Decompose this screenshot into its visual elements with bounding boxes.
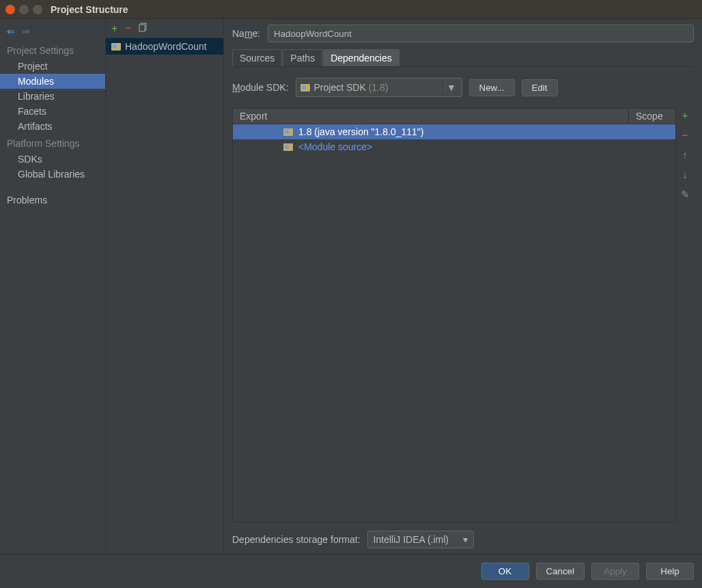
nav-global-libraries[interactable]: Global Libraries [0, 167, 105, 182]
tabs: Sources Paths Dependencies [232, 49, 694, 67]
new-sdk-button[interactable]: New... [469, 79, 515, 96]
storage-format-row: Dependencies storage format: IntelliJ ID… [232, 531, 694, 548]
nav-modules[interactable]: Modules [0, 74, 105, 89]
nav-sdks[interactable]: SDKs [0, 152, 105, 167]
forward-icon[interactable]: ⇒ [22, 26, 30, 37]
module-sdk-combo[interactable]: Project SDK (1.8) ▼ [296, 78, 462, 97]
nav-artifacts[interactable]: Artifacts [0, 119, 105, 134]
module-source-icon [283, 143, 293, 151]
modules-toolbar: + − [106, 19, 223, 38]
chevron-down-icon[interactable]: ▼ [445, 82, 458, 93]
content: ⇐ ⇒ Project Settings Project Modules Lib… [0, 19, 702, 554]
module-item[interactable]: HadoopWordCount [106, 38, 223, 55]
add-dependency-icon[interactable]: + [682, 109, 688, 121]
nav-libraries[interactable]: Libraries [0, 89, 105, 104]
svg-rect-1 [139, 25, 145, 31]
nav-project[interactable]: Project [0, 59, 105, 74]
main-detail-pane: Name: Sources Paths Dependencies Module … [224, 19, 702, 554]
titlebar: Project Structure [0, 0, 702, 19]
storage-format-combo[interactable]: IntelliJ IDEA (.iml) ▾ [367, 531, 474, 548]
remove-dependency-icon[interactable]: − [682, 129, 688, 141]
modules-list-pane: + − HadoopWordCount [106, 19, 224, 554]
module-icon [111, 43, 121, 51]
name-label: Name: [232, 28, 268, 39]
edit-sdk-button[interactable]: Edit [522, 79, 558, 96]
tab-paths[interactable]: Paths [283, 49, 322, 66]
dep-label: <Module source> [298, 141, 372, 152]
dependencies-wrap: Export Scope 1.8 (java version "1.8.0_11… [232, 108, 694, 522]
sdk-icon [300, 84, 310, 92]
nav-facets[interactable]: Facets [0, 104, 105, 119]
section-platform-settings: Platform Settings [0, 134, 105, 152]
module-sdk-row: Module SDK: Project SDK (1.8) ▼ New... E… [232, 78, 694, 97]
dep-row[interactable]: 1.8 (java version "1.8.0_111") [233, 124, 675, 139]
dep-label: 1.8 (java version "1.8.0_111") [298, 126, 424, 137]
close-icon[interactable] [5, 5, 15, 14]
dependencies-table: Export Scope 1.8 (java version "1.8.0_11… [232, 108, 676, 522]
apply-button[interactable]: Apply [591, 563, 639, 580]
back-icon[interactable]: ⇐ [7, 26, 15, 37]
storage-label: Dependencies storage format: [232, 534, 361, 545]
dependencies-sidetools: + − ↑ ↓ ✎ [676, 108, 694, 522]
module-name-input[interactable] [268, 25, 694, 42]
module-sdk-label: Module SDK: [232, 82, 289, 93]
header-scope[interactable]: Scope [629, 109, 675, 124]
remove-icon[interactable]: − [124, 21, 132, 36]
nav-problems[interactable]: Problems [0, 193, 105, 208]
edit-dependency-icon[interactable]: ✎ [681, 188, 690, 201]
name-row: Name: [232, 25, 694, 42]
dialog-footer: OK Cancel Apply Help [0, 554, 702, 588]
window-title: Project Structure [51, 4, 128, 15]
tab-sources[interactable]: Sources [232, 49, 282, 66]
help-button[interactable]: Help [646, 563, 694, 580]
header-export[interactable]: Export [233, 109, 629, 124]
chevron-down-icon[interactable]: ▾ [463, 534, 468, 545]
move-down-icon[interactable]: ↓ [682, 169, 688, 180]
left-sidebar: ⇐ ⇒ Project Settings Project Modules Lib… [0, 19, 106, 554]
add-icon[interactable]: + [111, 23, 117, 35]
cancel-button[interactable]: Cancel [536, 563, 585, 580]
ok-button[interactable]: OK [481, 563, 529, 580]
dependencies-rows: 1.8 (java version "1.8.0_111") <Module s… [233, 124, 675, 522]
left-nav-toolbar: ⇐ ⇒ [0, 22, 105, 41]
module-label: HadoopWordCount [125, 41, 207, 52]
copy-icon[interactable] [139, 23, 148, 34]
dependencies-header: Export Scope [233, 109, 675, 124]
dep-row[interactable]: <Module source> [233, 139, 675, 154]
minimize-icon[interactable] [19, 5, 29, 14]
section-project-settings: Project Settings [0, 41, 105, 59]
library-icon [283, 128, 293, 136]
move-up-icon[interactable]: ↑ [682, 149, 688, 160]
storage-value: IntelliJ IDEA (.iml) [374, 534, 449, 545]
tab-dependencies[interactable]: Dependencies [323, 49, 399, 66]
maximize-icon[interactable] [33, 5, 42, 14]
module-sdk-value: Project SDK (1.8) [314, 82, 389, 93]
